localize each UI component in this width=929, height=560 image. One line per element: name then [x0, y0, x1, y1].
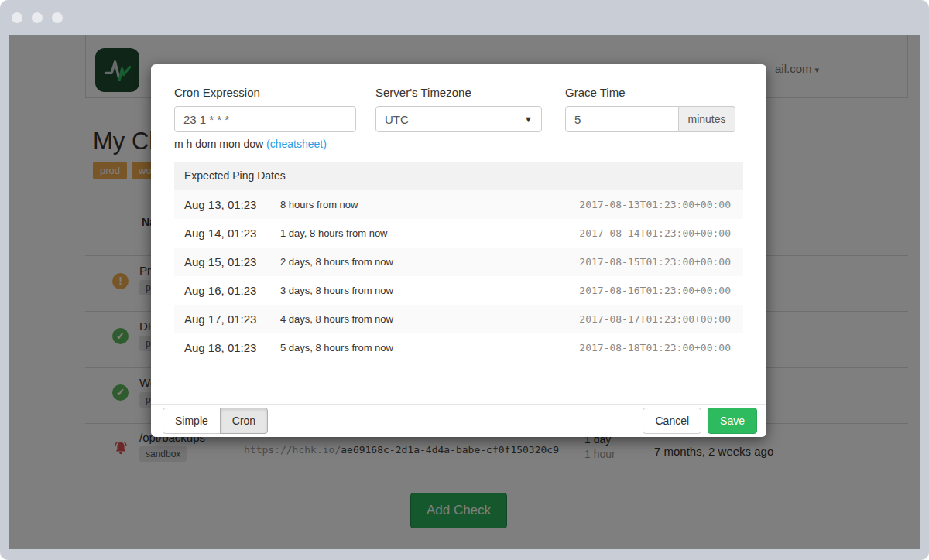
ping-row: Aug 17, 01:23 4 days, 8 hours from now 2… [174, 305, 743, 333]
ping-row: Aug 13, 01:23 8 hours from now 2017-08-1… [174, 190, 743, 219]
grace-time-label: Grace Time [565, 86, 735, 99]
browser-window: ail.com▾ My Checks prod workers Name ! P… [0, 0, 929, 560]
cron-mode-button[interactable]: Cron [220, 408, 268, 434]
grace-time-input[interactable] [565, 106, 679, 132]
grace-unit-addon: minutes [679, 106, 735, 132]
modal-body: Cron Expression m h dom mon dow (cheatsh… [151, 64, 766, 362]
timezone-selected-value: UTC [385, 113, 409, 126]
page-viewport: ail.com▾ My Checks prod workers Name ! P… [9, 35, 920, 549]
schedule-mode-toggle: Simple Cron [163, 408, 268, 434]
ping-row: Aug 14, 01:23 1 day, 8 hours from now 20… [174, 219, 743, 248]
ping-table-header: Expected Ping Dates [174, 162, 743, 190]
expected-ping-dates-table: Expected Ping Dates Aug 13, 01:23 8 hour… [174, 162, 743, 362]
cheatsheet-link[interactable]: (cheatsheet) [266, 138, 327, 150]
cron-expression-input[interactable] [174, 106, 356, 132]
window-dot [52, 12, 63, 23]
cron-expression-label: Cron Expression [174, 86, 356, 99]
window-dot [12, 12, 22, 23]
window-titlebar [0, 0, 929, 35]
timezone-label: Server's Timezone [375, 86, 542, 99]
ping-row: Aug 15, 01:23 2 days, 8 hours from now 2… [174, 248, 743, 276]
schedule-modal: Cron Expression m h dom mon dow (cheatsh… [151, 64, 766, 437]
ping-row: Aug 16, 01:23 3 days, 8 hours from now 2… [174, 276, 743, 305]
chevron-down-icon: ▼ [524, 114, 533, 124]
cancel-button[interactable]: Cancel [643, 408, 701, 434]
simple-mode-button[interactable]: Simple [163, 408, 221, 434]
save-button[interactable]: Save [708, 408, 757, 434]
ping-row: Aug 18, 01:23 5 days, 8 hours from now 2… [174, 333, 743, 362]
cron-helper-text: m h dom mon dow (cheatsheet) [174, 138, 356, 150]
window-dot [32, 12, 43, 23]
modal-footer: Simple Cron Cancel Save [151, 404, 766, 437]
timezone-select[interactable]: UTC ▼ [375, 106, 542, 132]
schedule-form-row: Cron Expression m h dom mon dow (cheatsh… [174, 86, 743, 150]
